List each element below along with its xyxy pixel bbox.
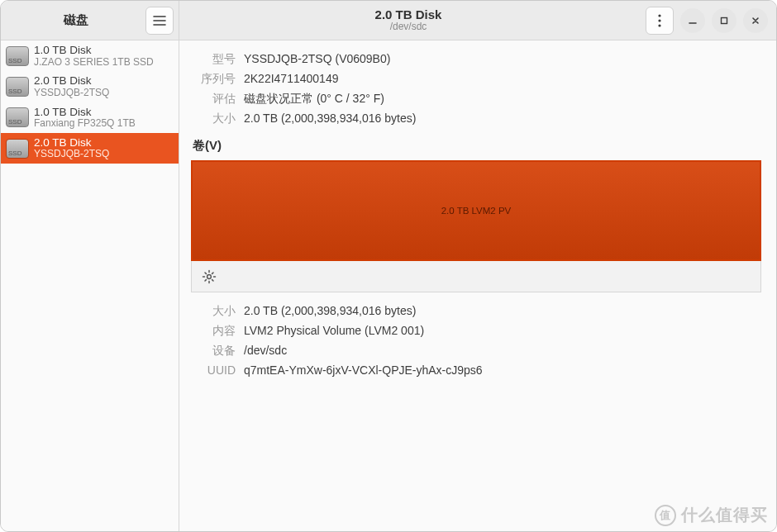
vol-uuid-label: UUID [191, 363, 236, 377]
sidebar-disk-item[interactable]: SSD 1.0 TB Disk J.ZAO 3 SERIES 1TB SSD [1, 40, 179, 71]
size-value: 2.0 TB (2,000,398,934,016 bytes) [244, 112, 761, 126]
headerbar: 磁盘 2.0 TB Disk /dev/sdc [1, 1, 776, 40]
ssd-drive-icon: SSD [6, 139, 29, 159]
vol-device-label: 设备 [191, 344, 236, 359]
vol-content-value: LVM2 Physical Volume (LVM2 001) [244, 324, 761, 339]
svg-point-1 [658, 19, 660, 21]
serial-label: 序列号 [191, 72, 236, 87]
vol-device-value: /dev/sdc [244, 344, 761, 359]
svg-point-2 [658, 24, 660, 26]
assess-value: 磁盘状况正常 (0° C / 32° F) [244, 92, 761, 107]
disk-item-title: 1.0 TB Disk [34, 44, 154, 57]
sidebar-disk-item[interactable]: SSD 2.0 TB Disk YSSDJQB-2TSQ [1, 71, 179, 102]
vol-uuid-value: q7mtEA-YmXw-6jxV-VCXl-QPJE-yhAx-cJ9ps6 [244, 363, 761, 377]
disk-item-sub: Fanxiang FP325Q 1TB [34, 118, 136, 130]
minimize-icon [688, 16, 698, 26]
disk-properties: 型号 YSSDJQB-2TSQ (V0609B0) 序列号 2K22I47114… [191, 52, 761, 126]
svg-rect-3 [722, 17, 727, 23]
disk-item-text: 2.0 TB Disk YSSDJQB-2TSQ [34, 74, 109, 98]
disk-item-title: 2.0 TB Disk [34, 74, 109, 88]
disk-item-title: 1.0 TB Disk [34, 106, 136, 119]
app-window: 磁盘 2.0 TB Disk /dev/sdc [0, 0, 777, 532]
body: SSD 1.0 TB Disk J.ZAO 3 SERIES 1TB SSD S… [1, 40, 776, 531]
minimize-button[interactable] [680, 8, 705, 33]
disk-item-sub: YSSDJQB-2TSQ [34, 149, 109, 160]
vol-content-label: 内容 [191, 324, 236, 339]
disk-item-sub: J.ZAO 3 SERIES 1TB SSD [34, 57, 154, 69]
kebab-icon [658, 14, 661, 27]
headerbar-center: 2.0 TB Disk /dev/sdc [179, 1, 637, 40]
size-label: 大小 [191, 112, 236, 126]
model-value: YSSDJQB-2TSQ (V0609B0) [244, 52, 761, 67]
model-label: 型号 [191, 52, 236, 67]
disk-item-title: 2.0 TB Disk [34, 136, 109, 150]
vol-size-value: 2.0 TB (2,000,398,934,016 bytes) [244, 304, 761, 319]
volume-partition[interactable]: 2.0 TB LVM2 PV [191, 160, 761, 261]
svg-point-4 [207, 274, 212, 278]
headerbar-left: 磁盘 [1, 1, 179, 40]
disk-item-text: 1.0 TB Disk Fanxiang FP325Q 1TB [34, 106, 136, 130]
hamburger-icon [153, 15, 166, 26]
ssd-drive-icon: SSD [6, 107, 29, 127]
volumes-section-title: 卷(V) [193, 138, 761, 154]
volume-partition-label: 2.0 TB LVM2 PV [441, 206, 512, 216]
disk-sidebar: SSD 1.0 TB Disk J.ZAO 3 SERIES 1TB SSD S… [1, 40, 179, 531]
main-content: 型号 YSSDJQB-2TSQ (V0609B0) 序列号 2K22I47114… [179, 40, 776, 531]
ssd-drive-icon: SSD [6, 46, 29, 66]
headerbar-right [637, 1, 776, 40]
close-button[interactable] [743, 8, 768, 33]
vol-size-label: 大小 [191, 304, 236, 319]
maximize-icon [719, 16, 729, 26]
maximize-button[interactable] [712, 8, 736, 33]
gear-icon [202, 269, 217, 284]
app-menu-button[interactable] [145, 7, 174, 35]
ssd-drive-icon: SSD [6, 77, 29, 97]
window-title: 2.0 TB Disk [375, 8, 442, 22]
app-title: 磁盘 [6, 12, 145, 28]
close-icon [751, 16, 760, 26]
serial-value: 2K22I4711400149 [244, 72, 761, 87]
drive-menu-button[interactable] [646, 7, 674, 35]
svg-point-0 [658, 14, 660, 17]
assess-label: 评估 [191, 92, 236, 107]
sidebar-disk-item[interactable]: SSD 1.0 TB Disk Fanxiang FP325Q 1TB [1, 102, 179, 133]
disk-item-sub: YSSDJQB-2TSQ [34, 88, 109, 99]
disk-item-text: 2.0 TB Disk YSSDJQB-2TSQ [34, 136, 109, 160]
sidebar-disk-item-selected[interactable]: SSD 2.0 TB Disk YSSDJQB-2TSQ [1, 133, 179, 164]
volume-settings-button[interactable] [197, 264, 222, 289]
volume-toolbar [191, 261, 761, 292]
volume-properties: 大小 2.0 TB (2,000,398,934,016 bytes) 内容 L… [191, 304, 761, 377]
window-subtitle: /dev/sdc [390, 21, 427, 32]
disk-item-text: 1.0 TB Disk J.ZAO 3 SERIES 1TB SSD [34, 44, 154, 68]
